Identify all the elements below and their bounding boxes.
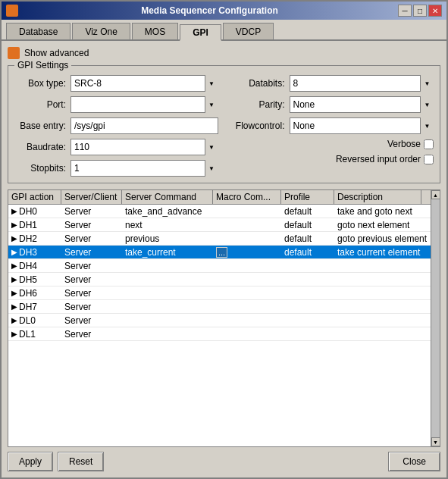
cell-profile	[281, 327, 334, 340]
cell-server-command	[122, 327, 213, 340]
reset-button[interactable]: Reset	[58, 452, 104, 471]
cell-profile	[281, 314, 334, 327]
port-select[interactable]	[70, 96, 218, 113]
cell-macro-com	[213, 232, 281, 245]
table-row[interactable]: ▶DH2 Server previous default goto previo…	[8, 232, 431, 246]
tab-database[interactable]: Database	[6, 23, 70, 39]
maximize-button[interactable]: □	[413, 5, 427, 17]
row-arrow-icon: ▶	[11, 316, 17, 324]
row-arrow-icon: ▶	[11, 248, 17, 256]
table-row[interactable]: ▶DL1 Server	[8, 327, 431, 341]
scroll-up-button[interactable]: ▲	[431, 190, 440, 199]
cell-macro-com	[213, 205, 281, 218]
table-row[interactable]: ▶DH0 Server take_and_advance default tak…	[8, 205, 431, 218]
row-arrow-icon: ▶	[11, 207, 17, 215]
cell-server-client: Server	[61, 246, 122, 258]
cell-profile: default	[281, 205, 334, 218]
parity-row: Parity: NoneEvenOdd ▼	[230, 96, 434, 113]
left-column: Box type: SRC-8 SRC-16 SRC-32 ▼ Port:	[14, 75, 218, 177]
databits-select[interactable]: 8765	[290, 75, 434, 92]
table-row[interactable]: ▶DH5 Server	[8, 273, 431, 286]
cell-server-client: Server	[61, 314, 122, 327]
minimize-button[interactable]: ─	[398, 5, 412, 17]
content-area: Show advanced GPI Settings Box type: SRC…	[2, 41, 446, 477]
cell-macro-com	[213, 327, 281, 340]
reversed-input-checkbox[interactable]	[424, 155, 434, 164]
cell-server-client: Server	[61, 286, 122, 299]
cell-profile: default	[281, 232, 334, 245]
show-advanced-label[interactable]: Show advanced	[24, 48, 89, 58]
flowcontrol-select-wrapper: NoneHardwareSoftware ▼	[290, 117, 434, 134]
scroll-down-button[interactable]: ▼	[431, 437, 440, 446]
cell-server-command	[122, 286, 213, 299]
tab-gpi[interactable]: GPI	[180, 24, 221, 41]
window-close-button[interactable]: ✕	[428, 5, 442, 17]
box-type-label: Box type:	[14, 78, 66, 89]
base-entry-input[interactable]	[70, 117, 218, 134]
row-arrow-icon: ▶	[11, 221, 17, 229]
port-row: Port: ▼	[14, 96, 218, 113]
table-row[interactable]: ▶DH3 Server take_current ... default tak…	[8, 246, 431, 259]
cell-action: ▶DH1	[8, 218, 61, 231]
cell-profile	[281, 286, 334, 299]
scroll-track	[431, 199, 440, 437]
cell-macro-com	[213, 314, 281, 327]
cell-macro-com	[213, 218, 281, 231]
parity-select[interactable]: NoneEvenOdd	[290, 96, 434, 113]
cell-action: ▶DH6	[8, 286, 61, 299]
cell-server-client: Server	[61, 273, 122, 286]
btn-group-left: Apply Reset	[8, 452, 104, 471]
cell-description: goto previous element	[334, 232, 431, 245]
baudrate-select[interactable]: 110300600 120024004800 96001920038400	[70, 139, 218, 155]
cell-server-command	[122, 273, 213, 286]
parity-select-wrapper: NoneEvenOdd ▼	[290, 96, 434, 113]
row-arrow-icon: ▶	[11, 289, 17, 297]
cell-server-client: Server	[61, 232, 122, 245]
base-entry-label: Base entry:	[14, 121, 66, 131]
box-type-row: Box type: SRC-8 SRC-16 SRC-32 ▼	[14, 75, 218, 92]
table-row[interactable]: ▶DH6 Server	[8, 286, 431, 300]
verbose-checkbox[interactable]	[424, 139, 434, 149]
scroll-header-spacer	[421, 190, 431, 204]
cell-action: ▶DH2	[8, 232, 61, 245]
cell-server-client: Server	[61, 259, 122, 272]
box-type-select[interactable]: SRC-8 SRC-16 SRC-32	[70, 75, 218, 92]
tab-viz-one[interactable]: Viz One	[72, 23, 130, 39]
cell-macro-com: ...	[213, 246, 281, 258]
right-column: Databits: 8765 ▼ Parity:	[230, 75, 434, 177]
close-button[interactable]: Close	[388, 452, 440, 471]
main-window: Media Sequencer Configuration ─ □ ✕ Data…	[0, 0, 448, 479]
table-scrollbar[interactable]: ▲ ▼	[431, 190, 440, 446]
flowcontrol-label: Flowcontrol:	[230, 121, 285, 131]
cell-description: take and goto next	[334, 205, 431, 218]
cell-macro-com	[213, 273, 281, 286]
table-inner: GPI action Server/Client Server Command …	[8, 190, 431, 446]
table-row[interactable]: ▶DH4 Server	[8, 259, 431, 273]
row-arrow-icon: ▶	[11, 275, 17, 283]
table-row[interactable]: ▶DH1 Server next default goto next eleme…	[8, 218, 431, 232]
cell-server-command: next	[122, 218, 213, 231]
stopbits-select-wrapper: 12 ▼	[70, 160, 218, 177]
flowcontrol-row: Flowcontrol: NoneHardwareSoftware ▼	[230, 117, 434, 134]
cell-server-command: previous	[122, 232, 213, 245]
app-icon	[6, 5, 18, 17]
row-arrow-icon: ▶	[11, 261, 17, 270]
apply-button[interactable]: Apply	[8, 452, 53, 471]
cell-server-client: Server	[61, 327, 122, 340]
table-row[interactable]: ▶DH7 Server	[8, 300, 431, 314]
flowcontrol-select[interactable]: NoneHardwareSoftware	[290, 117, 434, 134]
stopbits-select[interactable]: 12	[70, 160, 218, 177]
table-row[interactable]: ▶DL0 Server	[8, 314, 431, 327]
advanced-icon	[8, 47, 20, 59]
col-macro-com: Macro Com...	[213, 190, 281, 204]
tab-vdcp[interactable]: VDCP	[223, 23, 274, 39]
port-select-wrapper: ▼	[70, 96, 218, 113]
port-label: Port:	[14, 99, 66, 110]
tab-mos[interactable]: MOS	[132, 23, 178, 39]
cell-action: ▶DL0	[8, 314, 61, 327]
cell-server-client: Server	[61, 218, 122, 231]
databits-select-wrapper: 8765 ▼	[290, 75, 434, 92]
box-type-select-wrapper: SRC-8 SRC-16 SRC-32 ▼	[70, 75, 218, 92]
cell-action: ▶DH0	[8, 205, 61, 218]
col-server-client: Server/Client	[61, 190, 122, 204]
